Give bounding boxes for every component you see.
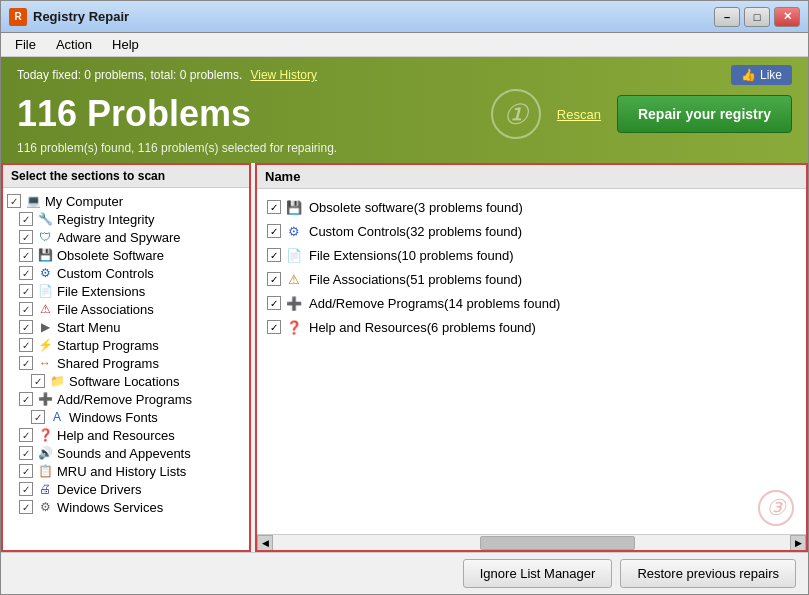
tree-item-label: Help and Resources [57, 428, 175, 443]
tree-icon: ⚠ [37, 301, 53, 317]
title-bar: R Registry Repair – □ ✕ [1, 1, 808, 33]
tree-checkbox[interactable] [19, 356, 33, 370]
tree-checkbox[interactable] [19, 500, 33, 514]
tree-checkbox[interactable] [19, 320, 33, 334]
tree-checkbox[interactable] [19, 482, 33, 496]
banner: Today fixed: 0 problems, total: 0 proble… [1, 57, 808, 163]
banner-top-row: Today fixed: 0 problems, total: 0 proble… [17, 65, 792, 85]
result-item[interactable]: 📄File Extensions(10 problems found) [263, 243, 800, 267]
tree-item-label: Sounds and Appevents [57, 446, 191, 461]
tree-item[interactable]: 🖨Device Drivers [3, 480, 249, 498]
tree-checkbox[interactable] [19, 428, 33, 442]
tree-item-label: Startup Programs [57, 338, 159, 353]
ignore-list-manager-button[interactable]: Ignore List Manager [463, 559, 613, 588]
bottom-bar: Ignore List Manager Restore previous rep… [1, 552, 808, 594]
tree-item[interactable]: ▶Start Menu [3, 318, 249, 336]
tree-checkbox[interactable] [19, 266, 33, 280]
tree-checkbox[interactable] [19, 392, 33, 406]
result-item[interactable]: ➕Add/Remove Programs(14 problems found) [263, 291, 800, 315]
scroll-left-btn[interactable]: ◀ [257, 535, 273, 551]
tree-checkbox[interactable] [19, 284, 33, 298]
minimize-button[interactable]: – [714, 7, 740, 27]
horizontal-scrollbar[interactable]: ◀ ▶ [257, 534, 806, 550]
tree-checkbox[interactable] [19, 338, 33, 352]
tree-item[interactable]: 🛡Adware and Spyware [3, 228, 249, 246]
scroll-right-btn[interactable]: ▶ [790, 535, 806, 551]
tree-checkbox[interactable] [19, 248, 33, 262]
result-icon: ❓ [285, 318, 303, 336]
right-panel-header: Name [257, 165, 806, 189]
tree-item[interactable]: 💾Obsolete Software [3, 246, 249, 264]
tree-item[interactable]: ❓Help and Resources [3, 426, 249, 444]
tree-checkbox[interactable] [7, 194, 21, 208]
tree-item[interactable]: 🔧Registry Integrity [3, 210, 249, 228]
result-checkbox[interactable] [267, 248, 281, 262]
result-checkbox[interactable] [267, 296, 281, 310]
tree-item[interactable]: ➕Add/Remove Programs [3, 390, 249, 408]
tree-item[interactable]: AWindows Fonts [3, 408, 249, 426]
tree-item[interactable]: ↔Shared Programs [3, 354, 249, 372]
window-title: Registry Repair [33, 9, 714, 24]
tree-item[interactable]: 📁Software Locations [3, 372, 249, 390]
tree-checkbox[interactable] [19, 446, 33, 460]
menu-action[interactable]: Action [46, 35, 102, 54]
rescan-link[interactable]: Rescan [557, 107, 601, 122]
tree-icon: 🔊 [37, 445, 53, 461]
tree-item[interactable]: 💻My Computer [3, 192, 249, 210]
tree-icon: 📄 [37, 283, 53, 299]
left-panel-body: 💻My Computer🔧Registry Integrity🛡Adware a… [3, 188, 249, 550]
tree-area[interactable]: 💻My Computer🔧Registry Integrity🛡Adware a… [3, 188, 249, 550]
scroll-track[interactable] [273, 535, 790, 551]
tree-checkbox[interactable] [19, 464, 33, 478]
tree-item-label: MRU and History Lists [57, 464, 186, 479]
tree-item[interactable]: ⚙Custom Controls [3, 264, 249, 282]
main-window: R Registry Repair – □ ✕ File Action Help… [0, 0, 809, 595]
tree-item[interactable]: ⚠File Associations [3, 300, 249, 318]
tree-checkbox[interactable] [19, 230, 33, 244]
result-checkbox[interactable] [267, 200, 281, 214]
tree-item[interactable]: 🔊Sounds and Appevents [3, 444, 249, 462]
menu-help[interactable]: Help [102, 35, 149, 54]
tree-checkbox[interactable] [19, 212, 33, 226]
maximize-button[interactable]: □ [744, 7, 770, 27]
results-list[interactable]: 💾Obsolete software(3 problems found)⚙Cus… [257, 189, 806, 534]
result-item[interactable]: ⚙Custom Controls(32 problems found) [263, 219, 800, 243]
result-item[interactable]: ❓Help and Resources(6 problems found) [263, 315, 800, 339]
repair-button[interactable]: Repair your registry [617, 95, 792, 133]
scroll-thumb[interactable] [480, 536, 635, 550]
tree-item-label: Custom Controls [57, 266, 154, 281]
result-label: File Associations(51 problems found) [309, 272, 522, 287]
tree-item[interactable]: ⚡Startup Programs [3, 336, 249, 354]
menu-file[interactable]: File [5, 35, 46, 54]
view-history-link[interactable]: View History [250, 68, 316, 82]
tree-checkbox[interactable] [19, 302, 33, 316]
step1-indicator: ① [491, 89, 541, 139]
tree-item-label: Registry Integrity [57, 212, 155, 227]
result-icon: ⚠ [285, 270, 303, 288]
tree-checkbox[interactable] [31, 374, 45, 388]
tree-icon: A [49, 409, 65, 425]
result-label: Custom Controls(32 problems found) [309, 224, 522, 239]
tree-item-label: Windows Services [57, 500, 163, 515]
restore-previous-repairs-button[interactable]: Restore previous repairs [620, 559, 796, 588]
like-label: Like [760, 68, 782, 82]
tree-item[interactable]: 📄File Extensions [3, 282, 249, 300]
tree-item[interactable]: ⚙Windows Services [3, 498, 249, 516]
result-checkbox[interactable] [267, 320, 281, 334]
result-label: File Extensions(10 problems found) [309, 248, 514, 263]
main-content: Select the sections to scan 💻My Computer… [1, 163, 808, 552]
result-label: Add/Remove Programs(14 problems found) [309, 296, 560, 311]
tree-checkbox[interactable] [31, 410, 45, 424]
right-panel: Name 💾Obsolete software(3 problems found… [255, 163, 808, 552]
result-icon: 💾 [285, 198, 303, 216]
result-label: Obsolete software(3 problems found) [309, 200, 523, 215]
result-checkbox[interactable] [267, 272, 281, 286]
like-button[interactable]: 👍 Like [731, 65, 792, 85]
tree-item[interactable]: 📋MRU and History Lists [3, 462, 249, 480]
result-item[interactable]: ⚠File Associations(51 problems found) [263, 267, 800, 291]
close-button[interactable]: ✕ [774, 7, 800, 27]
result-icon: ⚙ [285, 222, 303, 240]
result-checkbox[interactable] [267, 224, 281, 238]
result-item[interactable]: 💾Obsolete software(3 problems found) [263, 195, 800, 219]
tree-item-label: Obsolete Software [57, 248, 164, 263]
